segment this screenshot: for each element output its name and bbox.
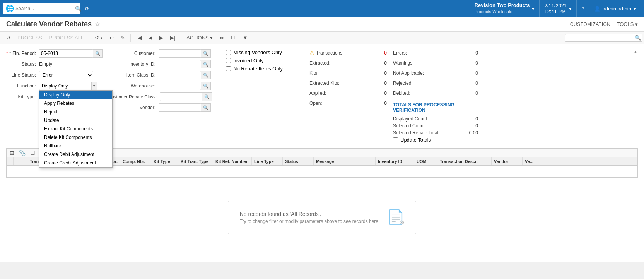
collapse-button[interactable]: ▲ bbox=[633, 49, 638, 55]
kits-value[interactable]: 0 bbox=[375, 70, 387, 76]
fit-columns-button[interactable]: ⇔ bbox=[217, 33, 227, 42]
redo-button[interactable]: ↩ bbox=[106, 33, 117, 42]
no-rebate-items-only-checkbox[interactable] bbox=[226, 66, 231, 71]
customer-input-group: 🔍 bbox=[159, 49, 211, 58]
tools-button[interactable]: TOOLS ▾ bbox=[617, 21, 638, 27]
extracted-kits-value[interactable]: 0 bbox=[375, 80, 387, 86]
applied-value[interactable]: 0 bbox=[375, 91, 387, 96]
warehouse-input[interactable] bbox=[159, 82, 201, 90]
empty-state: No records found as 'All Records'. Try t… bbox=[6, 178, 638, 257]
warehouse-input-group: 🔍 bbox=[159, 82, 211, 90]
function-option-rollback[interactable]: Rollback bbox=[39, 142, 112, 150]
company-selector[interactable]: Revision Two Products Products Wholesale… bbox=[470, 0, 540, 17]
function-option-credit-adj[interactable]: Create Credit Adjustment bbox=[39, 159, 112, 167]
grid-col-ve: Ve... bbox=[523, 157, 637, 165]
next-record-button[interactable]: ▶ bbox=[156, 33, 166, 42]
function-option-delete-kit[interactable]: Delete Kit Components bbox=[39, 133, 112, 142]
errors-value[interactable]: 0 bbox=[466, 50, 478, 56]
process-all-button[interactable]: PROCESS ALL bbox=[46, 33, 87, 42]
vendor-input[interactable] bbox=[159, 103, 201, 112]
function-row: Function: Display Only ▾ Display Only Ap… bbox=[6, 81, 99, 91]
warehouse-search-button[interactable]: 🔍 bbox=[201, 82, 211, 90]
debited-value[interactable]: 0 bbox=[466, 91, 478, 96]
customer-input[interactable] bbox=[159, 49, 201, 58]
customer-rebate-class-input[interactable] bbox=[160, 92, 202, 101]
invoiced-only-checkbox[interactable] bbox=[226, 58, 231, 63]
grid-col-message: Message bbox=[314, 157, 376, 165]
function-option-display-only[interactable]: Display Only bbox=[39, 91, 112, 99]
grid-toolbar-icon-1[interactable]: ⊞ bbox=[8, 149, 16, 156]
function-chevron-icon: ▾ bbox=[91, 82, 97, 90]
user-name: admin admin bbox=[603, 6, 631, 12]
search-icon[interactable]: 🔍 bbox=[75, 6, 81, 12]
datetime-selector[interactable]: 2/11/2021 12:41 PM ▾ bbox=[539, 0, 576, 17]
filter-button[interactable]: ▼ bbox=[239, 33, 251, 42]
toolbar-search-input[interactable] bbox=[565, 34, 642, 42]
customization-link[interactable]: CUSTOMIZATION bbox=[570, 22, 611, 27]
vendor-input-group: 🔍 bbox=[159, 103, 211, 112]
main-toolbar: ↺ PROCESS PROCESS ALL ↺ ▾ ↩ ✎ |◀ ◀ ▶ ▶| … bbox=[0, 32, 644, 44]
function-select-trigger[interactable]: Display Only ▾ bbox=[39, 82, 97, 90]
vendor-search-button[interactable]: 🔍 bbox=[201, 103, 211, 112]
transactions-value[interactable]: 0 bbox=[375, 50, 387, 56]
company-sub: Products Wholesale bbox=[475, 9, 530, 14]
function-option-reject[interactable]: Reject bbox=[39, 108, 112, 116]
function-option-apply-rebates[interactable]: Apply Rebates bbox=[39, 99, 112, 108]
first-record-button[interactable]: |◀ bbox=[133, 33, 144, 42]
refresh-button[interactable]: ↺ bbox=[3, 33, 14, 42]
prev-record-button[interactable]: ◀ bbox=[145, 33, 155, 42]
item-class-id-input-group: 🔍 bbox=[159, 71, 211, 79]
customer-rebate-class-label: Customer Rebate Class: bbox=[108, 94, 160, 99]
transactions-warning-icon: ⚠ bbox=[309, 50, 314, 56]
grid-col-note bbox=[20, 157, 27, 165]
edit-button[interactable]: ✎ bbox=[118, 33, 128, 42]
function-option-debit-adj[interactable]: Create Debit Adjustment bbox=[39, 150, 112, 159]
selected-rebate-total-row: Selected Rebate Total: 0.00 bbox=[393, 130, 478, 135]
function-option-extract-kit[interactable]: Extract Kit Components bbox=[39, 125, 112, 133]
grid-toolbar-icon-2[interactable]: 📎 bbox=[17, 149, 27, 156]
rejected-value[interactable]: 0 bbox=[466, 80, 478, 86]
item-class-id-input[interactable] bbox=[159, 71, 201, 79]
inventory-id-search-button[interactable]: 🔍 bbox=[201, 60, 211, 68]
select-all-icon: ☐ bbox=[231, 35, 236, 41]
history-button[interactable]: ⟳ bbox=[82, 4, 92, 13]
process-button[interactable]: PROCESS bbox=[14, 33, 45, 42]
extracted-label: Extracted: bbox=[309, 60, 356, 66]
not-applicable-value[interactable]: 0 bbox=[466, 70, 478, 76]
item-class-id-label: Item Class ID: bbox=[108, 72, 159, 78]
help-button[interactable]: ? bbox=[576, 0, 589, 17]
totals-section: TOTALS FOR PROCESSING VERIFICATION Displ… bbox=[393, 102, 478, 143]
fin-period-input[interactable] bbox=[39, 49, 93, 58]
open-value[interactable]: 0 bbox=[375, 101, 387, 106]
last-record-button[interactable]: ▶| bbox=[167, 33, 178, 42]
missing-vendors-only-label: Missing Vendors Only bbox=[233, 50, 282, 55]
status-value: Empty bbox=[39, 62, 52, 67]
item-class-id-search-button[interactable]: 🔍 bbox=[201, 71, 211, 79]
prev-icon: ◀ bbox=[149, 35, 152, 41]
transactions-label: Transactions: bbox=[316, 50, 344, 56]
extracted-value[interactable]: 0 bbox=[375, 60, 387, 66]
line-status-select[interactable]: Error Open Closed All bbox=[39, 71, 93, 79]
global-search-input[interactable] bbox=[15, 6, 73, 11]
favorite-icon[interactable]: ☆ bbox=[95, 21, 100, 28]
undo-dropdown-button[interactable]: ↺ ▾ bbox=[92, 33, 106, 42]
not-applicable-stat-row: Not Applicable: 0 bbox=[393, 69, 478, 77]
grid-toolbar-icon-3[interactable]: ☐ bbox=[29, 149, 37, 156]
global-search-box[interactable]: 🌐 🔍 bbox=[3, 3, 80, 14]
customer-search-button[interactable]: 🔍 bbox=[201, 49, 211, 58]
fin-period-search-button[interactable]: 🔍 bbox=[93, 49, 103, 58]
update-totals-checkbox[interactable] bbox=[393, 137, 398, 142]
missing-vendors-only-checkbox[interactable] bbox=[226, 50, 231, 55]
warnings-value[interactable]: 0 bbox=[466, 60, 478, 66]
grid-col-inventory-id: Inventory ID bbox=[376, 157, 414, 165]
displayed-count-value: 0 bbox=[475, 116, 478, 122]
customer-rebate-class-search-button[interactable]: 🔍 bbox=[202, 92, 212, 101]
actions-button[interactable]: ACTIONS ▾ bbox=[183, 33, 216, 42]
function-option-update[interactable]: Update bbox=[39, 116, 112, 125]
filter-icon: ▼ bbox=[243, 35, 248, 41]
fin-period-label: * Fin. Period: bbox=[6, 51, 39, 56]
select-all-button[interactable]: ☐ bbox=[228, 33, 239, 42]
update-totals-row: Update Totals bbox=[393, 137, 478, 143]
user-menu[interactable]: 👤 admin admin ▾ bbox=[589, 0, 641, 17]
inventory-id-input[interactable] bbox=[159, 60, 201, 68]
